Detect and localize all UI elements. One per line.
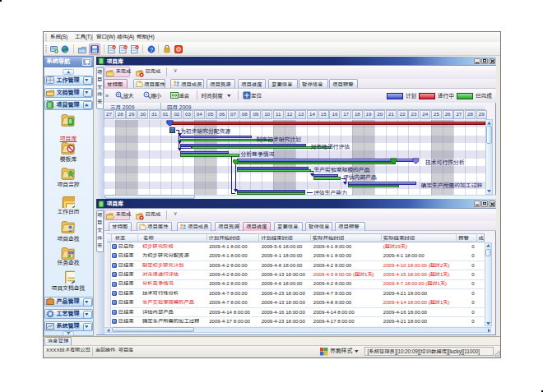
svg-text:?: ?	[150, 46, 153, 53]
